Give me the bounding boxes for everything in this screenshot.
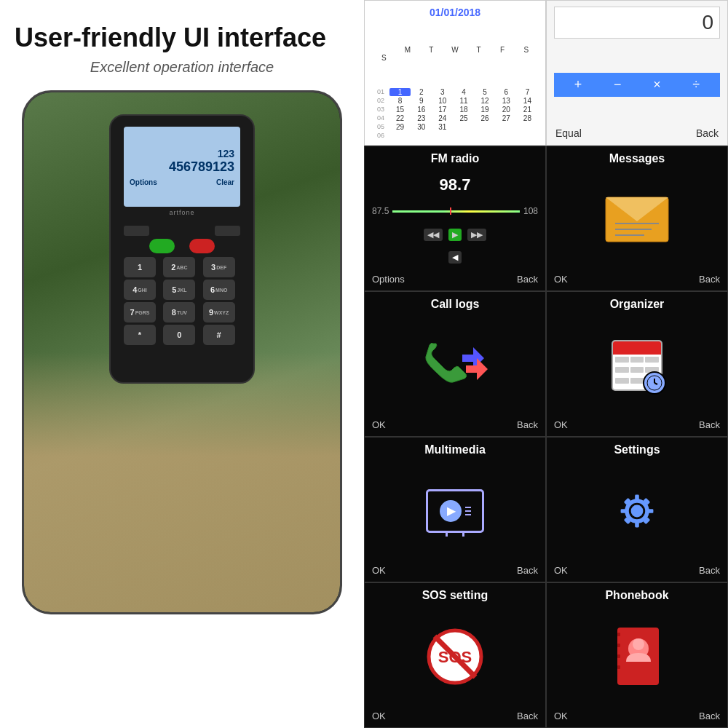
num-star[interactable]: * [124,325,156,345]
phonebook-ok-button[interactable]: OK [554,711,568,721]
calc-operators: + − × ÷ [554,73,720,97]
calc-back-button[interactable]: Back [696,127,719,139]
calendar-days-header: M T W T F S S [372,46,538,62]
screen-options-label: Options [130,178,157,186]
svg-text:SOS: SOS [438,648,472,666]
side-buttons-row [124,226,240,236]
cal-icon-top [613,341,661,355]
fm-rewind[interactable]: ◀◀ [424,229,443,241]
multimedia-title: Multimedia [372,443,538,456]
multimedia-ok-button[interactable]: OK [372,565,386,576]
num-hash[interactable]: # [203,325,235,345]
num-0[interactable]: 0 [163,325,195,345]
calc-display: 0 [554,7,720,39]
fm-options-button[interactable]: Options [372,274,405,285]
cal-week-01: 01 [372,88,389,96]
call-buttons-row [124,239,240,253]
num-9[interactable]: 9WXYZ [203,302,235,323]
organizer-screen: Organizer [546,291,728,437]
left-side-button[interactable] [124,226,149,236]
cal-week-05: 05 [372,123,389,131]
multimedia-screen: Multimedia ▶ [364,437,546,582]
settings-screen: Settings OK Back [546,437,728,582]
num-4[interactable]: 4GHI [124,280,156,300]
num-3[interactable]: 3DEF [203,257,235,277]
play-triangle: ▶ [447,504,456,518]
svg-rect-11 [621,509,627,513]
num-1[interactable]: 1 [124,257,156,277]
messages-back-button[interactable]: Back [699,274,720,285]
sos-ok-button[interactable]: OK [372,711,386,721]
cal-day-t2: T [467,46,491,54]
calendar-grid: 01 1 234567 02 891011121314 03 151617181… [372,88,538,139]
cal-day-f: F [491,46,515,54]
tv-leg-right [462,531,464,537]
multimedia-icon: ▶ [372,456,538,565]
gear-svg [612,486,662,537]
end-call-button[interactable] [189,239,215,253]
calc-equal-button[interactable]: Equal [555,127,582,139]
num-6[interactable]: 6MNO [203,280,235,300]
call-logs-back-button[interactable]: Back [517,419,538,430]
cal-day-1: 1 [389,88,411,96]
fm-frequency: 98.7 [372,175,538,194]
tv-leg-left [446,531,448,537]
right-side-button[interactable] [215,226,240,236]
organizer-ok-button[interactable]: OK [554,419,568,430]
fm-low: 87.5 [372,206,389,216]
sos-setting-title: SOS setting [372,589,538,602]
messages-screen: Messages OK Back [546,146,728,291]
call-button[interactable] [149,239,175,253]
num-2[interactable]: 2ABC [163,257,195,277]
calculator-screen: 0 + − × ÷ Equal Back [546,0,728,146]
op-multiply[interactable]: × [653,77,661,92]
cal-day-s: S [514,46,538,54]
sos-svg: SOS [426,628,484,686]
calendar-header: 01/01/2018 [372,7,538,18]
tv-line-2 [465,510,471,512]
fm-stop[interactable]: ◀ [448,251,462,264]
cal-day-t: T [419,46,443,54]
screen-number-top: 123 [130,148,234,159]
fm-back-button[interactable]: Back [517,274,538,285]
tv-line-3 [465,514,471,515]
settings-back-button[interactable]: Back [699,565,720,576]
tv-line-1 [465,507,471,508]
settings-ok-button[interactable]: OK [554,565,568,576]
screen-clear-label: Clear [216,178,234,186]
op-plus[interactable]: + [574,77,582,92]
phonebook-back-button[interactable]: Back [699,711,720,721]
call-logs-icon [372,311,538,419]
fm-footer: Options Back [372,274,538,285]
messages-footer: OK Back [554,274,720,285]
right-panel: 01/01/2018 M T W T F S S 01 1 234567 02 … [364,0,728,728]
num-7[interactable]: 7PGRS [124,302,156,323]
num-8[interactable]: 8TUV [163,302,195,323]
settings-title: Settings [554,443,720,456]
svg-rect-10 [635,521,639,527]
cal-col-blank [372,46,389,54]
fm-radio-title: FM radio [372,152,538,165]
sos-setting-screen: SOS setting SOS OK Back [364,582,546,728]
organizer-title: Organizer [554,298,720,311]
phonebook-screen: Phonebook OK Back [546,582,728,728]
call-logs-ok-button[interactable]: OK [372,419,386,430]
fm-bar [392,210,520,213]
organizer-back-button[interactable]: Back [699,419,720,430]
cal-day-s2: S [372,54,396,62]
svg-rect-23 [617,654,620,658]
fm-forward[interactable]: ▶▶ [467,229,486,241]
svg-rect-12 [647,509,653,513]
op-divide[interactable]: ÷ [692,77,700,92]
num-5[interactable]: 5JKL [163,280,195,300]
multimedia-back-button[interactable]: Back [517,565,538,576]
messages-ok-button[interactable]: OK [554,274,568,285]
call-logs-title: Call logs [372,298,538,311]
screen-number-main: 456789123 [130,159,234,175]
calendar-screen: 01/01/2018 M T W T F S S 01 1 234567 02 … [364,0,546,146]
fm-play[interactable]: ▶ [448,229,462,241]
op-minus[interactable]: − [614,77,622,92]
sos-back-button[interactable]: Back [517,711,538,721]
fm-controls: ◀◀ ▶ ▶▶ [372,229,538,241]
calc-footer: Equal Back [554,124,720,139]
